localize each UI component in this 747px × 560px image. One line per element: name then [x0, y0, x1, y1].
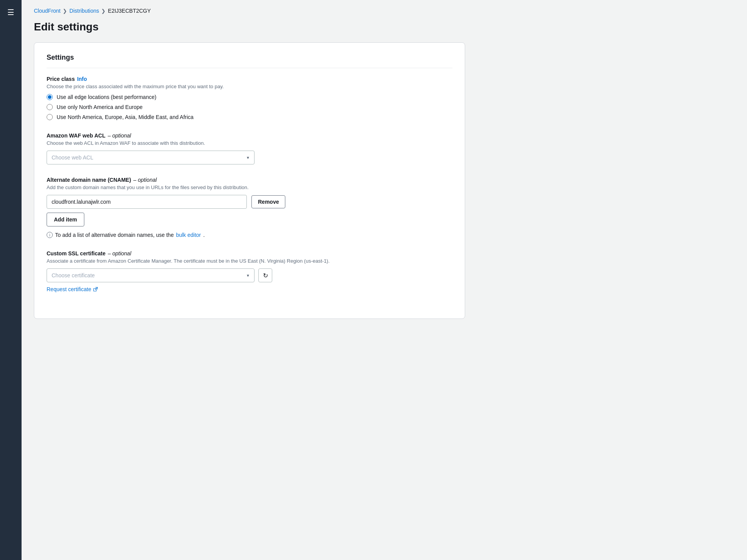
ssl-label: Custom SSL certificate – optional — [47, 250, 452, 257]
add-item-button[interactable]: Add item — [47, 213, 84, 226]
bulk-note: i To add a list of alternative domain na… — [47, 232, 452, 238]
breadcrumb-distribution-id: E2IJ3ECBT2CGY — [108, 8, 151, 14]
ssl-label-text: Custom SSL certificate — [47, 250, 106, 257]
cname-description: Add the custom domain names that you use… — [47, 184, 452, 190]
price-class-label-text: Price class — [47, 76, 75, 82]
waf-group: Amazon WAF web ACL – optional Choose the… — [47, 132, 452, 164]
waf-description: Choose the web ACL in Amazon WAF to asso… — [47, 140, 452, 146]
price-class-description: Choose the price class associated with t… — [47, 84, 452, 89]
breadcrumb-sep-2: ❯ — [101, 8, 106, 14]
price-class-info-link[interactable]: Info — [77, 76, 87, 82]
waf-optional-text: – optional — [108, 132, 131, 139]
breadcrumb-distributions[interactable]: Distributions — [69, 8, 99, 14]
cert-select-row: Choose certificate ▼ ↻ — [47, 268, 452, 282]
ssl-optional-text: – optional — [108, 250, 131, 257]
cname-remove-button[interactable]: Remove — [251, 195, 285, 208]
request-certificate-link[interactable]: Request certificate — [47, 286, 98, 292]
price-class-option-3-label: Use North America, Europe, Asia, Middle … — [57, 114, 194, 120]
page-layout: ☰ CloudFront ❯ Distributions ❯ E2IJ3ECBT… — [0, 0, 747, 560]
breadcrumb-cloudfront[interactable]: CloudFront — [34, 8, 60, 14]
price-class-option-2-label: Use only North America and Europe — [57, 104, 142, 110]
price-class-radio-1[interactable] — [47, 94, 53, 100]
cname-label: Alternate domain name (CNAME) – optional — [47, 177, 452, 183]
price-class-radio-2[interactable] — [47, 104, 53, 110]
price-class-group: Price class Info Choose the price class … — [47, 76, 452, 120]
cname-optional-text: – optional — [133, 177, 157, 183]
price-class-radio-3[interactable] — [47, 114, 53, 120]
breadcrumb-sep-1: ❯ — [63, 8, 67, 14]
cname-input[interactable] — [47, 195, 247, 209]
waf-select-wrapper: Choose web ACL ▼ — [47, 151, 255, 164]
price-class-option-1[interactable]: Use all edge locations (best performance… — [47, 94, 452, 100]
waf-label: Amazon WAF web ACL – optional — [47, 132, 452, 139]
price-class-option-1-label: Use all edge locations (best performance… — [57, 94, 156, 100]
bulk-note-prefix: To add a list of alternative domain name… — [55, 232, 174, 238]
info-circle-icon: i — [47, 232, 53, 238]
ssl-group: Custom SSL certificate – optional Associ… — [47, 250, 452, 292]
cert-select[interactable]: Choose certificate — [47, 268, 255, 282]
request-cert-label: Request certificate — [47, 286, 91, 292]
price-class-radio-group: Use all edge locations (best performance… — [47, 94, 452, 120]
cert-select-wrapper: Choose certificate ▼ — [47, 268, 255, 282]
bulk-note-suffix: . — [203, 232, 205, 238]
settings-section-title: Settings — [47, 54, 452, 68]
cname-group: Alternate domain name (CNAME) – optional… — [47, 177, 452, 238]
waf-select[interactable]: Choose web ACL — [47, 151, 255, 164]
price-class-option-3[interactable]: Use North America, Europe, Asia, Middle … — [47, 114, 452, 120]
bulk-editor-link[interactable]: bulk editor — [176, 232, 201, 238]
external-link-icon — [93, 287, 98, 292]
price-class-label: Price class Info — [47, 76, 452, 82]
settings-card: Settings Price class Info Choose the pri… — [34, 42, 465, 319]
cname-row: Remove — [47, 195, 452, 209]
main-content: CloudFront ❯ Distributions ❯ E2IJ3ECBT2C… — [22, 0, 747, 560]
cname-label-text: Alternate domain name (CNAME) — [47, 177, 131, 183]
page-title: Edit settings — [34, 21, 735, 33]
breadcrumb: CloudFront ❯ Distributions ❯ E2IJ3ECBT2C… — [34, 8, 735, 14]
price-class-option-2[interactable]: Use only North America and Europe — [47, 104, 452, 110]
ssl-description: Associate a certificate from Amazon Cert… — [47, 258, 452, 264]
sidebar: ☰ — [0, 0, 22, 560]
waf-label-text: Amazon WAF web ACL — [47, 132, 106, 139]
cert-refresh-button[interactable]: ↻ — [258, 268, 272, 282]
hamburger-icon[interactable]: ☰ — [5, 5, 17, 19]
refresh-icon: ↻ — [263, 272, 268, 279]
